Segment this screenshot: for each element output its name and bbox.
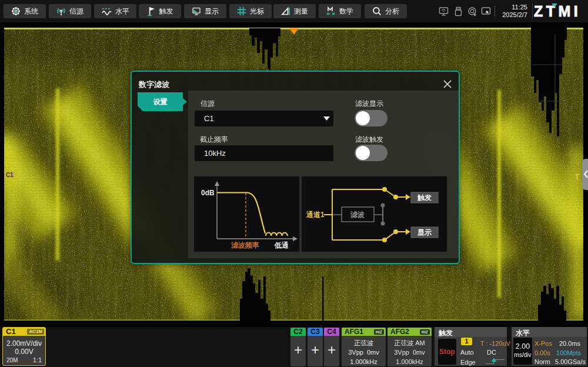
svg-text:滤波: 滤波 [350, 211, 365, 219]
svg-text:通道1: 通道1 [306, 211, 325, 219]
svg-text:T: T [575, 173, 580, 181]
svg-text:滤波频率: 滤波频率 [231, 241, 259, 249]
svg-text:触发: 触发 [417, 193, 432, 202]
svg-text:C1: C1 [6, 172, 14, 178]
svg-text:显示: 显示 [417, 228, 432, 236]
svg-text:低通: 低通 [274, 241, 289, 249]
svg-text:0dB: 0dB [201, 189, 215, 197]
